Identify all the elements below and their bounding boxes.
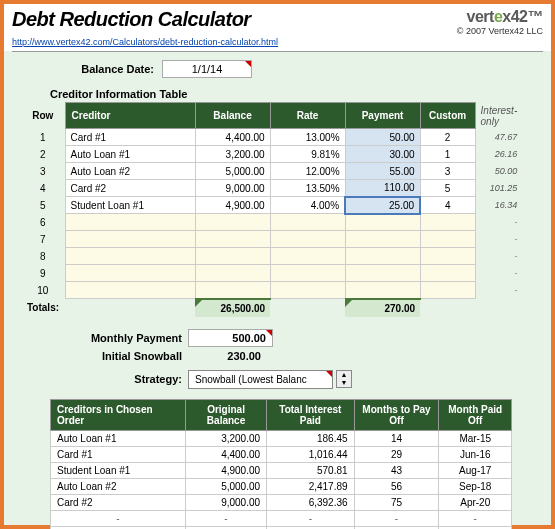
payment-cell[interactable]: 25.00 [345,197,420,214]
custom-cell[interactable] [420,214,475,231]
creditor-cell[interactable] [65,231,195,248]
chevron-down-icon: ▼ [337,379,351,387]
months-cell: 56 [354,478,439,494]
initial-snowball-label: Initial Snowball [22,350,182,362]
balance-cell[interactable]: 5,000.00 [195,163,270,180]
interest-only-cell: - [475,265,522,282]
rate-cell[interactable]: 9.81% [270,146,345,163]
interest-paid-cell: 1,016.44 [267,446,355,462]
balance-cell[interactable]: 4,400.00 [195,129,270,146]
creditor-cell[interactable]: Student Loan #1 [65,197,195,214]
custom-cell[interactable]: 2 [420,129,475,146]
balance-date-label: Balance Date: [14,63,154,75]
row-number: 10 [22,282,65,299]
source-link[interactable]: http://www.vertex42.com/Calculators/debt… [12,37,278,47]
payment-cell[interactable]: 30.00 [345,146,420,163]
col-creditor: Creditor [65,103,195,129]
strategy-select[interactable]: Snowball (Lowest Balanc [188,370,333,389]
creditor-cell[interactable] [65,282,195,299]
payment-cell[interactable] [345,248,420,265]
rate-cell[interactable] [270,265,345,282]
creditor-cell[interactable] [65,265,195,282]
creditor-cell[interactable] [65,248,195,265]
copyright-text: © 2007 Vertex42 LLC [457,26,543,36]
creditor-table-title: Creditor Information Table [50,88,541,100]
interest-only-cell: - [475,248,522,265]
month-paid-off-cell: Apr-20 [439,494,512,510]
interest-only-cell: - [475,214,522,231]
creditor-cell[interactable]: Card #2 [65,180,195,197]
rate-cell[interactable]: 12.00% [270,163,345,180]
interest-only-cell: 101.25 [475,180,522,197]
creditor-cell: - [51,510,186,526]
payment-cell[interactable] [345,214,420,231]
months-cell: - [354,510,439,526]
custom-cell[interactable] [420,248,475,265]
strategy-label: Strategy: [22,373,182,385]
creditor-cell: Card #2 [51,494,186,510]
creditor-cell[interactable]: Auto Loan #2 [65,163,195,180]
row-number: 9 [22,265,65,282]
custom-cell[interactable]: 4 [420,197,475,214]
creditor-cell: Auto Loan #1 [51,430,186,446]
month-paid-off-cell: Aug-17 [439,462,512,478]
rate-cell[interactable] [270,282,345,299]
row-header: Row [22,103,65,129]
balance-cell[interactable] [195,248,270,265]
creditor-cell[interactable]: Auto Loan #1 [65,146,195,163]
original-balance-cell: 4,400.00 [186,446,267,462]
interest-only-cell: 16.34 [475,197,522,214]
custom-cell[interactable] [420,282,475,299]
balance-cell[interactable] [195,231,270,248]
custom-cell[interactable]: 1 [420,146,475,163]
payment-cell[interactable] [345,231,420,248]
payment-cell[interactable]: 55.00 [345,163,420,180]
creditor-cell[interactable]: Card #1 [65,129,195,146]
vertex42-logo: vertex42™ [457,8,543,26]
balance-cell[interactable] [195,214,270,231]
row-number: 5 [22,197,65,214]
col-chosen-order: Creditors in Chosen Order [51,399,186,430]
custom-cell[interactable] [420,231,475,248]
balance-cell[interactable] [195,265,270,282]
creditor-cell[interactable] [65,214,195,231]
dropdown-marker-icon [245,61,251,67]
col-month-paid-off: Month Paid Off [439,399,512,430]
rate-cell[interactable]: 4.00% [270,197,345,214]
monthly-payment-label: Monthly Payment [22,332,182,344]
original-balance-cell: - [186,510,267,526]
col-balance: Balance [195,103,270,129]
row-number: 3 [22,163,65,180]
strategy-stepper[interactable]: ▲ ▼ [336,370,352,388]
rate-cell[interactable] [270,214,345,231]
custom-cell[interactable] [420,265,475,282]
balance-cell[interactable]: 4,900.00 [195,197,270,214]
balance-cell[interactable]: 3,200.00 [195,146,270,163]
interest-paid-cell: 6,392.36 [267,494,355,510]
custom-cell[interactable]: 5 [420,180,475,197]
rate-cell[interactable] [270,231,345,248]
creditor-cell: Card #1 [51,446,186,462]
months-cell: 29 [354,446,439,462]
rate-cell[interactable]: 13.50% [270,180,345,197]
row-number: 6 [22,214,65,231]
monthly-payment-input[interactable]: 500.00 [188,329,273,347]
balance-date-input[interactable]: 1/1/14 [162,60,252,78]
custom-cell[interactable]: 3 [420,163,475,180]
balance-cell[interactable] [195,282,270,299]
payment-cell[interactable] [345,282,420,299]
months-cell: 75 [354,494,439,510]
interest-only-cell: - [475,231,522,248]
payment-cell[interactable]: 110.00 [345,180,420,197]
rate-cell[interactable] [270,248,345,265]
interest-only-cell: 26.16 [475,146,522,163]
balance-cell[interactable]: 9,000.00 [195,180,270,197]
chevron-up-icon: ▲ [337,371,351,379]
interest-paid-cell: 570.81 [267,462,355,478]
payment-cell[interactable] [345,265,420,282]
interest-only-cell: 50.00 [475,163,522,180]
col-original-balance: Original Balance [186,399,267,430]
rate-cell[interactable]: 13.00% [270,129,345,146]
col-rate: Rate [270,103,345,129]
payment-cell[interactable]: 50.00 [345,129,420,146]
